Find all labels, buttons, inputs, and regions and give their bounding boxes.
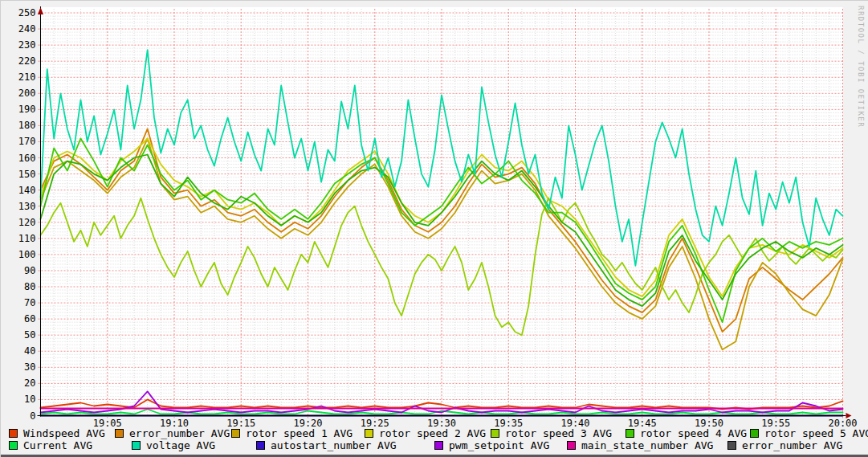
legend-label: rotor speed 5 AVG (764, 427, 868, 439)
y-tick-label: 100 (18, 249, 36, 260)
y-tick-label: 160 (18, 153, 36, 164)
y-tick-label: 170 (18, 136, 36, 147)
legend-color-swatch (491, 429, 499, 438)
y-tick-label: 230 (18, 39, 36, 51)
y-tick-label: 20 (24, 377, 35, 389)
legend-item-rotor-speed-5: rotor speed 5 AVG (750, 427, 868, 439)
legend-color-swatch (750, 429, 759, 438)
legend-item-rotor-speed-2: rotor speed 2 AVG (365, 427, 491, 439)
legend-color-swatch (434, 441, 443, 450)
legend-color-swatch (365, 429, 373, 438)
legend-color-swatch (9, 441, 18, 450)
y-tick-label: 10 (24, 394, 35, 405)
y-tick-label: 70 (24, 297, 35, 308)
legend-item-windspeed: Windspeed AVG (9, 427, 115, 439)
legend-item-rotor-speed-3: rotor speed 3 AVG (491, 427, 626, 439)
legend-row-1: Windspeed AVG error_number AVG rotor spe… (1, 427, 868, 439)
y-tick-label: 180 (18, 120, 36, 131)
legend-row-2: Current AVG voltage AVG autostart_number… (1, 439, 868, 451)
rrdtool-graph-window: 0102030405060708090100110120130140150160… (0, 0, 868, 457)
legend-label: Current AVG (23, 439, 92, 451)
rrd-graph-canvas: 0102030405060708090100110120130140150160… (1, 1, 868, 457)
y-tick-label: 220 (18, 55, 36, 67)
y-tick-label: 240 (18, 23, 36, 35)
legend-color-swatch (567, 441, 576, 450)
legend-color-swatch (727, 441, 736, 450)
y-tick-label: 90 (24, 265, 35, 276)
legend-label: Windspeed AVG (23, 427, 105, 439)
legend-label: rotor speed 2 AVG (379, 427, 486, 439)
legend-item-rotor-speed-4: rotor speed 4 AVG (626, 427, 750, 439)
legend-label: error_number AVG (129, 427, 230, 439)
y-tick-label: 80 (24, 281, 35, 292)
legend-label: pwm_setpoint AVG (449, 439, 549, 451)
y-tick-label: 110 (18, 233, 36, 244)
y-tick-label: 30 (24, 361, 35, 373)
legend-item-pwm-setpoint: pwm_setpoint AVG (434, 439, 567, 451)
legend-color-swatch (132, 441, 141, 450)
legend-label: rotor speed 4 AVG (640, 427, 747, 439)
legend-label: main_state_number AVG (581, 439, 713, 451)
legend-color-swatch (626, 429, 634, 438)
legend-color-swatch (115, 429, 124, 438)
legend-item-error-number: error_number AVG (115, 427, 231, 439)
legend-label: voltage AVG (146, 439, 215, 451)
legend-item-voltage: voltage AVG (132, 439, 256, 451)
y-tick-label: 40 (24, 345, 35, 357)
legend-item-current: Current AVG (9, 439, 132, 451)
legend-label: rotor speed 1 AVG (246, 427, 352, 439)
legend-item-main-state-number: main_state_number AVG (567, 439, 727, 451)
legend-label: error_number AVG (742, 439, 842, 451)
y-tick-label: 140 (18, 185, 36, 196)
y-tick-label: 150 (18, 169, 36, 180)
legend-item-error-number-2: error_number AVG (727, 439, 868, 451)
y-tick-label: 130 (18, 201, 36, 212)
y-tick-label: 190 (18, 104, 36, 115)
y-tick-label: 60 (24, 313, 35, 324)
legend-label: autostart_number AVG (271, 439, 397, 451)
y-tick-label: 0 (30, 410, 35, 422)
legend-color-swatch (256, 441, 265, 450)
rrdtool-watermark: RRDTOOL / TOBI OETIKER (857, 6, 865, 128)
legend-color-swatch (231, 429, 240, 438)
legend-item-rotor-speed-1: rotor speed 1 AVG (231, 427, 365, 439)
chart-legend: Windspeed AVG error_number AVG rotor spe… (1, 427, 868, 451)
y-tick-label: 50 (24, 329, 35, 341)
y-tick-label: 200 (18, 88, 36, 99)
legend-item-autostart-number: autostart_number AVG (256, 439, 434, 451)
y-tick-label: 250 (18, 7, 36, 18)
y-tick-label: 120 (18, 217, 36, 228)
legend-color-swatch (9, 429, 18, 438)
legend-label: rotor speed 3 AVG (505, 427, 612, 439)
y-tick-label: 210 (18, 71, 36, 83)
